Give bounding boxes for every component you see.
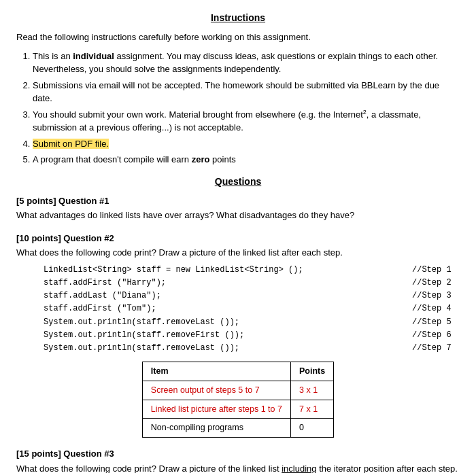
question-1-block: [5 points] Question #1 What advantages d…: [16, 194, 460, 222]
question-2-heading: [10 points] Question #2: [16, 232, 460, 245]
table-header-points: Points: [290, 362, 333, 381]
table-header-item: Item: [142, 362, 290, 381]
code-line-1: LinkedList<String> staff = new LinkedLis…: [44, 264, 460, 277]
question-3-heading: [15 points] Question #3: [16, 447, 460, 461]
question-3-block: [15 points] Question #3 What does the fo…: [16, 447, 460, 473]
instructions-list: This is an individual assignment. You ma…: [33, 50, 460, 167]
question-1-text: What advantages do linked lists have ove…: [16, 209, 460, 222]
table-cell-item-1: Screen output of steps 5 to 7: [142, 381, 290, 400]
page-title: Instructions: [16, 11, 460, 25]
highlight-text: Submit on PDF file.: [33, 139, 109, 149]
code-line-2: staff.addFirst ("Harry"); //Step 2: [44, 277, 460, 290]
table-row: Non-compiling programs 0: [142, 419, 333, 438]
code-line-6: System.out.println(staff.removeFirst ())…: [44, 329, 460, 342]
table-cell-points-3: 0: [290, 419, 333, 438]
table-cell-points-2: 7 x 1: [290, 400, 333, 419]
question-2-block: [10 points] Question #2 What does the fo…: [16, 232, 460, 438]
code-line-7: System.out.println(staff.removeLast ());…: [44, 342, 460, 355]
underline-including: including: [282, 463, 316, 473]
table-cell-item-3: Non-compiling programs: [142, 419, 290, 438]
instruction-1: This is an individual assignment. You ma…: [33, 50, 460, 76]
instruction-5: A program that doesn't compile will earn…: [33, 153, 460, 167]
questions-title: Questions: [16, 175, 460, 189]
points-table: Item Points Screen output of steps 5 to …: [142, 362, 334, 438]
instruction-4: Submit on PDF file.: [33, 137, 460, 151]
question-3-text: What does the following code print? Draw…: [16, 462, 460, 473]
code-line-3: staff.addLast ("Diana"); //Step 3: [44, 290, 460, 302]
instruction-2: Submissions via email will not be accept…: [33, 79, 460, 105]
question-1-heading: [5 points] Question #1: [16, 194, 460, 208]
table-cell-points-1: 3 x 1: [290, 381, 333, 400]
intro-text: Read the following instructions carefull…: [16, 31, 460, 44]
table-row: Linked list picture after steps 1 to 7 7…: [142, 400, 333, 419]
code-line-5: System.out.println(staff.removeLast ());…: [44, 316, 460, 329]
instruction-3: You should submit your own work. Materia…: [33, 108, 460, 135]
table-row: Screen output of steps 5 to 7 3 x 1: [142, 381, 333, 400]
table-cell-item-2: Linked list picture after steps 1 to 7: [142, 400, 290, 419]
code-line-4: staff.addFirst ("Tom"); //Step 4: [44, 302, 460, 315]
question-2-text: What does the following code print? Draw…: [16, 246, 460, 260]
question-2-code: LinkedList<String> staff = new LinkedLis…: [44, 264, 460, 355]
